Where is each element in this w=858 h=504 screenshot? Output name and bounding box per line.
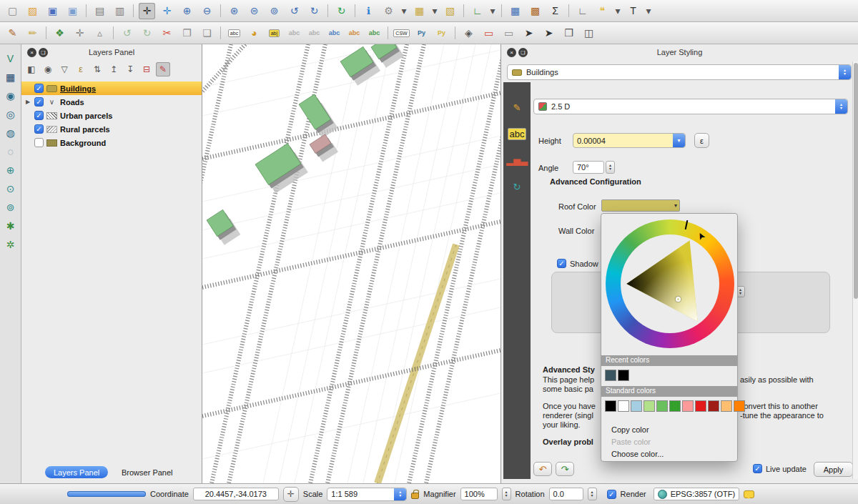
- coordinate-input[interactable]: 20.4457,-34.0173: [193, 488, 279, 500]
- add-wcs-layer[interactable]: ⊙: [2, 180, 19, 197]
- label-abc-1[interactable]: abc: [286, 25, 302, 41]
- paste-features[interactable]: ❏: [199, 25, 215, 41]
- zoom-last[interactable]: ↺: [286, 3, 302, 19]
- labels-tab[interactable]: abc: [509, 126, 526, 142]
- add-oracle-layer[interactable]: ◌: [2, 143, 19, 159]
- shadow-checkbox[interactable]: [557, 259, 566, 268]
- color-swatch[interactable]: [605, 400, 616, 412]
- scrollbar-thumb[interactable]: [854, 63, 858, 299]
- cut-features[interactable]: ✂: [159, 25, 175, 41]
- pie-chart-diagram[interactable]: ◕: [246, 25, 262, 41]
- add-vector-layer[interactable]: V: [2, 50, 19, 66]
- save-project-as[interactable]: ▣: [64, 3, 81, 19]
- panel-scrollbar[interactable]: [852, 61, 858, 479]
- text-annotation[interactable]: T: [625, 3, 641, 19]
- select-features-dropdown[interactable]: ▾: [431, 3, 438, 19]
- close-panel-button[interactable]: [27, 48, 36, 57]
- redo[interactable]: ↻: [139, 25, 155, 41]
- python-console[interactable]: Py: [413, 25, 430, 41]
- color-swatch[interactable]: [631, 400, 642, 412]
- tab-browser-panel[interactable]: Browser Panel: [113, 466, 182, 478]
- open-layer-styling-dock[interactable]: ◧: [24, 62, 39, 76]
- height-expression-button[interactable]: ε: [694, 133, 709, 148]
- add-postgis-layer[interactable]: ◉: [2, 87, 19, 104]
- python-plugin[interactable]: Py: [433, 25, 450, 41]
- angle-stepper[interactable]: [606, 161, 615, 174]
- add-mssql-layer[interactable]: ◍: [2, 124, 19, 141]
- refresh-map[interactable]: ↻: [333, 3, 350, 19]
- magnifier-stepper[interactable]: [502, 488, 511, 500]
- statistical-summary[interactable]: Σ: [547, 3, 563, 19]
- color-swatch[interactable]: [682, 400, 694, 412]
- color-swatch[interactable]: [669, 400, 681, 412]
- map-views[interactable]: ❒: [561, 25, 577, 41]
- extent-rectangle[interactable]: ▭: [500, 25, 517, 41]
- add-wms-layer[interactable]: ⊕: [2, 162, 19, 178]
- pan-to-selection[interactable]: ✛: [159, 3, 175, 19]
- float-panel-button[interactable]: [39, 48, 48, 57]
- float-panel-button[interactable]: [518, 48, 528, 57]
- close-panel-button[interactable]: [507, 48, 516, 57]
- pointer-tool-1[interactable]: ➤: [521, 25, 537, 41]
- new-composer[interactable]: ▤: [92, 3, 108, 19]
- new-project[interactable]: ▢: [4, 3, 21, 19]
- copy-features[interactable]: ❐: [179, 25, 195, 41]
- deselect-features[interactable]: ▧: [442, 3, 458, 19]
- layer-visibility-checkbox[interactable]: [34, 97, 44, 107]
- live-update-checkbox[interactable]: [753, 464, 762, 473]
- rotation-stepper[interactable]: [588, 488, 597, 500]
- measure-line[interactable]: ∟: [469, 3, 485, 19]
- menu-item-copy-color[interactable]: Copy color: [601, 424, 737, 435]
- undo[interactable]: ↺: [119, 25, 135, 41]
- pan-map[interactable]: ✛: [139, 3, 155, 19]
- run-feature-action[interactable]: ⚙: [380, 3, 397, 19]
- layer-item[interactable]: Buildings: [21, 81, 202, 95]
- filter-legend[interactable]: ▽: [57, 62, 72, 76]
- label-toolbar[interactable]: ab|: [266, 25, 282, 41]
- layer-visibility-checkbox[interactable]: [34, 111, 44, 120]
- rotation-input[interactable]: 0.0: [549, 488, 583, 500]
- label-abc-blue[interactable]: abc: [326, 25, 342, 41]
- new-shapefile-layer[interactable]: ✱: [2, 217, 19, 234]
- scale-lock-icon[interactable]: [411, 493, 419, 499]
- color-swatch[interactable]: [734, 400, 745, 412]
- zoom-out[interactable]: ⊖: [199, 3, 215, 19]
- tab-layers-panel[interactable]: Layers Panel: [45, 466, 108, 478]
- zoom-in[interactable]: ⊕: [179, 3, 195, 19]
- add-feature[interactable]: ❖: [51, 25, 68, 41]
- remove-layer[interactable]: ⊟: [139, 62, 154, 76]
- save-project[interactable]: ▣: [44, 3, 61, 19]
- color-swatch[interactable]: [656, 400, 668, 412]
- dock-views[interactable]: ◫: [581, 25, 597, 41]
- move-feature[interactable]: ✛: [72, 25, 88, 41]
- add-wfs-layer[interactable]: ⊚: [2, 199, 19, 215]
- csw-search[interactable]: CSW: [393, 25, 410, 41]
- field-calculator[interactable]: ▩: [527, 3, 543, 19]
- scale-combo[interactable]: 1:1 589: [327, 488, 407, 501]
- layer-selector-combo[interactable]: Buildings: [507, 64, 852, 80]
- layer-visibility-checkbox[interactable]: [34, 138, 44, 147]
- pointer-tool-2[interactable]: ➤: [541, 25, 557, 41]
- collapse-all[interactable]: ↧: [123, 62, 137, 76]
- zoom-to-selection[interactable]: ⊜: [246, 3, 262, 19]
- color-swatch[interactable]: [605, 370, 616, 381]
- feature-action-dropdown[interactable]: ▾: [400, 3, 408, 19]
- measure-dropdown[interactable]: ▾: [489, 3, 496, 19]
- filter-by-expression[interactable]: ε: [74, 62, 88, 76]
- magnifier-input[interactable]: 100%: [460, 488, 498, 500]
- select-features[interactable]: ▦: [411, 3, 428, 19]
- label-abc-2[interactable]: abc: [306, 25, 322, 41]
- map-canvas[interactable]: [202, 44, 500, 483]
- roof-color-button[interactable]: ▾: [601, 199, 680, 212]
- layer-visibility-checkbox[interactable]: [34, 84, 44, 93]
- apply-button[interactable]: Apply: [814, 462, 853, 477]
- label-abc-green[interactable]: abc: [366, 25, 383, 41]
- toggle-extents-button[interactable]: ✛: [283, 487, 299, 502]
- layer-item[interactable]: Urban parcels: [21, 109, 202, 122]
- angle-input[interactable]: 70°: [573, 161, 604, 174]
- layer-visibility-checkbox[interactable]: [34, 124, 44, 134]
- message-log-icon[interactable]: [744, 490, 754, 498]
- layer-item[interactable]: Background: [21, 136, 202, 149]
- measure-ruler[interactable]: ∟: [574, 3, 591, 19]
- layer-item[interactable]: ▶ ∨ Roads: [21, 95, 202, 109]
